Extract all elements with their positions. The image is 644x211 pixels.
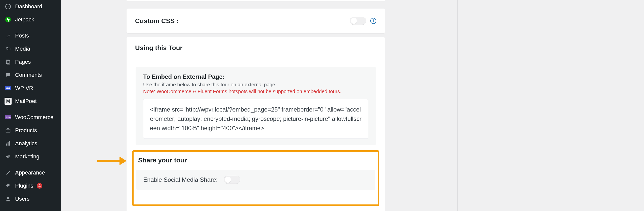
qr-heading: Create a tour use this QR code xyxy=(127,206,385,211)
embed-note-text: Note: WooCommerce & Fluent Forms hotspot… xyxy=(143,89,368,94)
sidebar-item-label: Media xyxy=(15,46,30,52)
svg-point-8 xyxy=(8,87,10,89)
using-tour-heading: Using this Tour xyxy=(127,37,385,58)
products-icon xyxy=(5,127,12,134)
sidebar-item-users[interactable]: Users xyxy=(0,192,61,205)
sidebar-item-label: Analytics xyxy=(15,140,37,147)
sidebar-item-posts[interactable]: Posts xyxy=(0,29,61,42)
svg-point-1 xyxy=(5,17,11,22)
svg-rect-14 xyxy=(9,141,10,146)
sidebar-item-label: Products xyxy=(15,127,37,134)
pages-icon xyxy=(5,58,12,65)
jetpack-icon xyxy=(5,16,12,23)
mailpoet-icon: M xyxy=(5,98,12,105)
embed-title: To Embed on External Page: xyxy=(143,73,368,80)
analytics-icon xyxy=(5,140,12,147)
sidebar-item-label: Pages xyxy=(15,59,31,65)
share-highlight-box: Share your tour Enable Social Media Shar… xyxy=(132,150,379,206)
woo-icon: woo xyxy=(5,114,12,121)
info-icon[interactable]: i xyxy=(370,18,376,24)
svg-point-15 xyxy=(7,197,9,199)
sidebar-item-comments[interactable]: Comments xyxy=(0,68,61,82)
svg-rect-12 xyxy=(6,144,7,146)
sidebar-item-label: Marketing xyxy=(15,153,39,160)
content-area: Custom CSS : i Using this Tour To Embed … xyxy=(61,0,644,211)
sidebar-item-label: Plugins xyxy=(15,183,33,189)
sidebar-item-label: Appearance xyxy=(15,169,45,176)
card-sliver xyxy=(127,0,385,1)
sidebar-item-label: Comments xyxy=(15,72,42,78)
custom-css-label: Custom CSS : xyxy=(135,17,179,25)
enable-share-label: Enable Social Media Share: xyxy=(143,176,218,183)
share-heading: Share your tour xyxy=(136,152,375,170)
sidebar-item-label: Users xyxy=(15,196,29,202)
media-icon xyxy=(5,45,12,52)
sidebar-item-appearance[interactable]: Appearance xyxy=(0,166,61,179)
svg-point-2 xyxy=(6,48,8,49)
custom-css-toggle[interactable] xyxy=(350,17,366,25)
column-separator xyxy=(457,0,458,211)
vr-icon xyxy=(5,85,12,92)
sidebar-item-woocommerce[interactable]: woo WooCommerce xyxy=(0,111,61,124)
sidebar-item-plugins[interactable]: Plugins 4 xyxy=(0,179,61,192)
sidebar-item-products[interactable]: Products xyxy=(0,124,61,137)
plugins-update-badge: 4 xyxy=(37,183,42,189)
sidebar-item-label: Dashboard xyxy=(15,3,42,10)
enable-share-toggle[interactable] xyxy=(224,176,240,184)
share-row: Enable Social Media Share: xyxy=(136,170,375,190)
sidebar-item-label: MailPoet xyxy=(15,98,37,104)
svg-rect-13 xyxy=(8,142,9,146)
plugin-icon xyxy=(5,182,12,189)
sidebar-item-pages[interactable]: Pages xyxy=(0,55,61,68)
dashboard-icon xyxy=(5,3,12,10)
admin-sidebar: Dashboard Jetpack Posts Media Pages Comm… xyxy=(0,0,61,211)
custom-css-card: Custom CSS : i xyxy=(127,9,385,33)
svg-text:woo: woo xyxy=(5,116,11,119)
svg-rect-3 xyxy=(8,48,10,50)
sidebar-item-wpvr[interactable]: WP VR xyxy=(0,82,61,95)
user-icon xyxy=(5,195,12,202)
sidebar-item-media[interactable]: Media xyxy=(0,42,61,55)
sidebar-item-mailpoet[interactable]: M MailPoet xyxy=(0,95,61,108)
svg-rect-11 xyxy=(6,129,10,132)
annotation-arrow xyxy=(97,158,128,164)
iframe-code-box[interactable]: <iframe src="http://wpvr.local/?embed_pa… xyxy=(143,99,368,139)
embed-help-text: Use the iframe below to share this tour … xyxy=(143,82,368,88)
svg-rect-6 xyxy=(5,86,11,90)
comment-icon xyxy=(5,72,12,79)
using-tour-card: Using this Tour To Embed on External Pag… xyxy=(127,37,385,211)
megaphone-icon xyxy=(5,153,12,160)
sidebar-item-label: Jetpack xyxy=(15,16,34,23)
pin-icon xyxy=(5,32,12,39)
sidebar-item-dashboard[interactable]: Dashboard xyxy=(0,0,61,13)
embed-block: To Embed on External Page: Use the ifram… xyxy=(136,67,376,145)
sidebar-item-jetpack[interactable]: Jetpack xyxy=(0,13,61,26)
sidebar-item-label: WooCommerce xyxy=(15,114,53,121)
brush-icon xyxy=(5,169,12,176)
sidebar-item-label: Posts xyxy=(15,32,29,39)
svg-point-7 xyxy=(6,87,8,89)
sidebar-item-marketing[interactable]: Marketing xyxy=(0,150,61,163)
sidebar-item-label: WP VR xyxy=(15,85,33,91)
sidebar-item-analytics[interactable]: Analytics xyxy=(0,137,61,150)
